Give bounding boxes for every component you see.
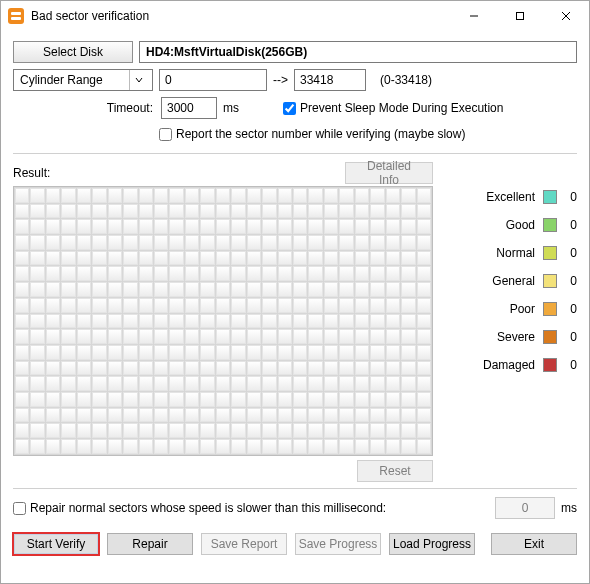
sector-cell <box>308 376 322 391</box>
sector-cell <box>278 314 292 329</box>
sector-cell <box>216 235 230 250</box>
sector-cell <box>200 455 214 456</box>
sector-cell <box>231 392 245 407</box>
sector-cell <box>308 361 322 376</box>
separator-bottom <box>13 488 577 489</box>
sector-cell <box>139 235 153 250</box>
legend-row-general: General0 <box>443 274 577 288</box>
sector-cell <box>339 298 353 313</box>
sector-cell <box>386 345 400 360</box>
range-arrow: --> <box>273 73 288 87</box>
sector-cell <box>15 251 29 266</box>
sector-cell <box>61 298 75 313</box>
sector-cell <box>370 298 384 313</box>
sector-cell <box>169 345 183 360</box>
sector-cell <box>123 455 137 456</box>
sector-cell <box>339 439 353 454</box>
general-swatch-icon <box>543 274 557 288</box>
sector-cell <box>169 439 183 454</box>
sector-cell <box>216 329 230 344</box>
maximize-button[interactable] <box>497 1 543 31</box>
sector-cell <box>401 298 415 313</box>
sector-cell <box>108 408 122 423</box>
report-sector-input[interactable] <box>159 128 172 141</box>
sector-cell <box>278 376 292 391</box>
sector-cell <box>370 266 384 281</box>
sector-cell <box>77 314 91 329</box>
sector-cell <box>169 219 183 234</box>
exit-button[interactable]: Exit <box>491 533 577 555</box>
sector-cell <box>262 298 276 313</box>
sector-cell <box>417 251 431 266</box>
legend-label: General <box>471 274 535 288</box>
report-sector-checkbox[interactable]: Report the sector number while verifying… <box>159 127 465 141</box>
sector-cell <box>216 423 230 438</box>
sector-cell <box>293 235 307 250</box>
sector-cell <box>169 376 183 391</box>
window-frame: Bad sector verification Select Disk HD4:… <box>0 0 590 584</box>
sector-cell <box>139 204 153 219</box>
sector-cell <box>308 282 322 297</box>
sector-cell <box>324 392 338 407</box>
good-swatch-icon <box>543 218 557 232</box>
sector-cell <box>200 392 214 407</box>
sector-cell <box>200 423 214 438</box>
sector-cell <box>355 298 369 313</box>
sector-cell <box>30 376 44 391</box>
close-button[interactable] <box>543 1 589 31</box>
repair-threshold-input[interactable] <box>13 502 26 515</box>
sector-cell <box>185 219 199 234</box>
start-verify-button[interactable]: Start Verify <box>13 533 99 555</box>
sector-cell <box>61 376 75 391</box>
selected-disk-field: HD4:MsftVirtualDisk(256GB) <box>139 41 577 63</box>
sector-cell <box>30 314 44 329</box>
repair-button[interactable]: Repair <box>107 533 193 555</box>
prevent-sleep-input[interactable] <box>283 102 296 115</box>
sector-cell <box>61 266 75 281</box>
reset-button[interactable]: Reset <box>357 460 433 482</box>
sector-cell <box>30 423 44 438</box>
sector-cell <box>401 266 415 281</box>
sector-cell <box>108 392 122 407</box>
sector-cell <box>386 188 400 203</box>
sector-cell <box>324 314 338 329</box>
detailed-info-button[interactable]: Detailed Info <box>345 162 433 184</box>
sector-cell <box>278 204 292 219</box>
range-from-input[interactable] <box>159 69 267 91</box>
sector-cell <box>92 439 106 454</box>
repair-threshold-checkbox[interactable]: Repair normal sectors whose speed is slo… <box>13 501 386 515</box>
sector-cell <box>154 314 168 329</box>
sector-cell <box>61 188 75 203</box>
range-mode-select[interactable]: Cylinder Range <box>13 69 153 91</box>
sector-cell <box>339 392 353 407</box>
sector-cell <box>370 345 384 360</box>
sector-cell <box>108 235 122 250</box>
sector-cell <box>417 219 431 234</box>
sector-cell <box>61 345 75 360</box>
sector-cell <box>154 235 168 250</box>
sector-cell <box>247 204 261 219</box>
sector-cell <box>386 251 400 266</box>
minimize-button[interactable] <box>451 1 497 31</box>
sector-cell <box>262 392 276 407</box>
range-to-input[interactable] <box>294 69 366 91</box>
sector-cell <box>231 408 245 423</box>
sector-cell <box>15 282 29 297</box>
sector-cell <box>30 345 44 360</box>
sector-cell <box>247 408 261 423</box>
sector-cell <box>185 298 199 313</box>
sector-cell <box>293 251 307 266</box>
prevent-sleep-checkbox[interactable]: Prevent Sleep Mode During Execution <box>283 101 503 115</box>
sector-cell <box>46 392 60 407</box>
sector-cell <box>108 298 122 313</box>
load-progress-button[interactable]: Load Progress <box>389 533 475 555</box>
sector-cell <box>401 188 415 203</box>
sector-cell <box>108 314 122 329</box>
sector-cell <box>169 423 183 438</box>
select-disk-button[interactable]: Select Disk <box>13 41 133 63</box>
sector-cell <box>247 376 261 391</box>
sector-cell <box>417 235 431 250</box>
timeout-input[interactable] <box>161 97 217 119</box>
sector-cell <box>370 455 384 456</box>
sector-cell <box>123 188 137 203</box>
